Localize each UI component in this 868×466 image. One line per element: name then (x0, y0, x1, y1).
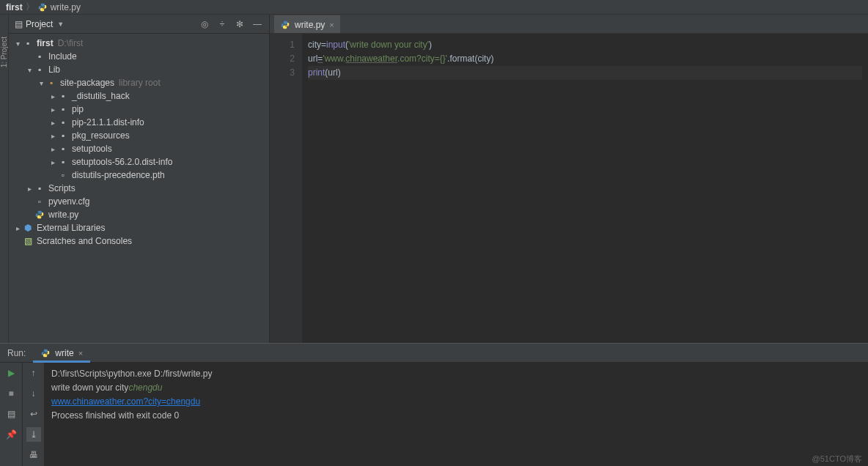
project-tree[interactable]: ▾▪firstD:\first ▪Include ▾▪Lib ▾▪site-pa… (9, 34, 269, 343)
folder-icon: ▪ (57, 157, 69, 167)
tree-pyvenv[interactable]: ▫pyvenv.cfg (9, 195, 269, 208)
tree-distutils-pth[interactable]: ▫distutils-precedence.pth (9, 169, 269, 182)
folder-icon: ▪ (57, 91, 69, 101)
run-header: Run: write × (0, 344, 868, 363)
python-icon (40, 348, 51, 358)
scroll-end-icon[interactable]: ⤓ (26, 427, 41, 442)
stop-icon[interactable]: ■ (4, 386, 18, 401)
wrap-icon[interactable]: ↩ (26, 407, 41, 421)
chevron-down-icon[interactable]: ▼ (57, 21, 64, 28)
scratches-icon: ▧ (22, 236, 34, 246)
run-panel: Run: write × ▶ ■ ▤ 📌 ↑ ↓ ↩ ⤓ 🖶 🗑 D:\firs… (0, 343, 868, 466)
tree-scripts[interactable]: ▸▪Scripts (9, 182, 269, 195)
tree-include[interactable]: ▪Include (9, 50, 269, 63)
editor-tab-label: write.py (295, 20, 325, 30)
project-title[interactable]: Project (26, 19, 53, 29)
tree-setuptools-dist[interactable]: ▸▪setuptools-56.2.0.dist-info (9, 155, 269, 169)
breadcrumb-root[interactable]: first (6, 2, 23, 12)
run-toolbar-secondary: ↑ ↓ ↩ ⤓ 🖶 🗑 (22, 363, 44, 466)
rerun-icon[interactable]: ▶ (4, 366, 18, 380)
up-icon[interactable]: ↑ (26, 366, 41, 380)
console-link[interactable]: www.chinaweather.com?city=chengdu (51, 395, 861, 409)
python-file-icon (280, 20, 290, 30)
folder-icon: ▪ (34, 64, 45, 75)
folder-icon: ▪ (34, 51, 45, 62)
folder-icon: ▪ (57, 104, 69, 114)
python-file-icon (34, 210, 45, 220)
down-icon[interactable]: ↓ (26, 386, 41, 401)
console-line: write down your citychengdu (51, 381, 861, 395)
project-title-icon: ▤ (15, 19, 23, 29)
tree-writepy[interactable]: write.py (9, 208, 269, 221)
tree-setuptools[interactable]: ▸▪setuptools (9, 142, 269, 155)
tree-lib[interactable]: ▾▪Lib (9, 63, 269, 76)
editor-area: write.py × 1 2 3 city=input('write down … (270, 15, 868, 343)
target-icon[interactable]: ◎ (199, 18, 210, 30)
watermark: @51CTO博客 (812, 454, 862, 465)
layout-icon[interactable]: ▤ (4, 407, 18, 421)
library-root-icon: ▪ (45, 78, 57, 88)
close-icon[interactable]: × (78, 349, 83, 358)
code-area[interactable]: city=input('write down your city') url='… (302, 34, 868, 343)
libraries-icon: ⬢ (22, 223, 34, 233)
tree-root[interactable]: ▾▪firstD:\first (9, 37, 269, 50)
console-output[interactable]: D:\first\Scripts\python.exe D:/first/wri… (44, 363, 868, 466)
tree-ext-libs[interactable]: ▸⬢External Libraries (9, 221, 269, 234)
tree-scratches[interactable]: ▧Scratches and Consoles (9, 234, 269, 248)
pin-icon[interactable]: 📌 (4, 427, 18, 442)
project-toolbar: ▤ Project ▼ ◎ ÷ ✻ — (9, 15, 269, 34)
collapse-icon[interactable]: ÷ (216, 18, 228, 30)
folder-icon: ▪ (57, 144, 69, 154)
minimize-icon[interactable]: — (251, 18, 263, 30)
file-icon: ▫ (57, 170, 69, 180)
tree-site-packages[interactable]: ▾▪site-packageslibrary root (9, 76, 269, 89)
line-numbers: 1 2 3 (270, 34, 302, 343)
left-tool-gutter: 1: Project (0, 15, 9, 343)
gear-icon[interactable]: ✻ (234, 18, 246, 30)
run-toolbar-primary: ▶ ■ ▤ 📌 (0, 363, 22, 466)
run-tab-label: write (55, 348, 73, 358)
editor-tabs: write.py × (270, 15, 868, 34)
console-line: Process finished with exit code 0 (51, 409, 861, 423)
editor-body[interactable]: 1 2 3 city=input('write down your city')… (270, 34, 868, 343)
folder-icon: ▪ (57, 117, 69, 127)
project-tool-tab[interactable]: 1: Project (0, 37, 8, 67)
python-file-icon (37, 2, 48, 12)
tree-distutils-hack[interactable]: ▸▪_distutils_hack (9, 89, 269, 103)
editor-tab[interactable]: write.py × (274, 15, 340, 33)
run-config-tab[interactable]: write × (33, 347, 90, 363)
print-icon[interactable]: 🖶 (26, 448, 41, 462)
project-panel: ▤ Project ▼ ◎ ÷ ✻ — ▾▪firstD:\first ▪Inc… (9, 15, 270, 343)
breadcrumb-file[interactable]: write.py (51, 2, 81, 12)
tree-pkg-resources[interactable]: ▸▪pkg_resources (9, 129, 269, 142)
file-icon: ▫ (34, 196, 45, 207)
tree-pip-dist[interactable]: ▸▪pip-21.1.1.dist-info (9, 116, 269, 129)
close-icon[interactable]: × (329, 21, 334, 29)
console-line: D:\first\Scripts\python.exe D:/first/wri… (51, 367, 861, 381)
breadcrumb: first 〉 write.py (0, 0, 868, 15)
run-title: Run: (0, 348, 33, 358)
folder-icon: ▪ (34, 183, 45, 193)
folder-icon: ▪ (57, 130, 69, 141)
folder-icon: ▪ (22, 38, 34, 48)
tree-pip[interactable]: ▸▪pip (9, 103, 269, 116)
breadcrumb-separator: 〉 (26, 1, 34, 13)
